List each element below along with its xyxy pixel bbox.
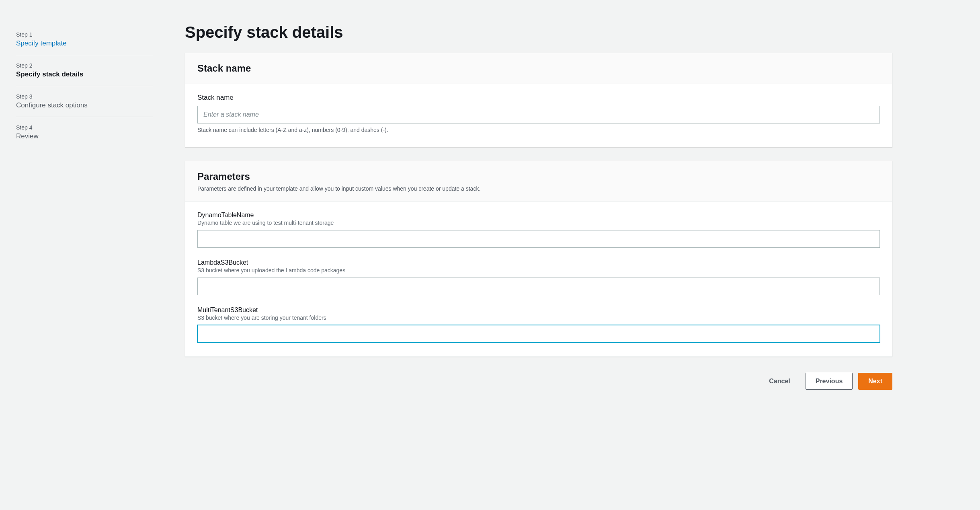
param-multitenants3bucket-label: MultiTenantS3Bucket: [197, 306, 880, 314]
wizard-step-4-title: Review: [16, 132, 153, 140]
param-dynamotablename: DynamoTableName Dynamo table we are usin…: [197, 212, 880, 248]
stack-name-label: Stack name: [197, 94, 880, 102]
wizard-step-3-title: Configure stack options: [16, 101, 153, 109]
param-lambdas3bucket-hint: S3 bucket where you uploaded the Lambda …: [197, 267, 880, 274]
wizard-step-2-num: Step 2: [16, 62, 153, 69]
cancel-button[interactable]: Cancel: [759, 373, 800, 390]
main-content: Specify stack details Stack name Stack n…: [185, 16, 892, 486]
stack-name-panel: Stack name Stack name Stack name can inc…: [185, 53, 892, 147]
wizard-step-2-title: Specify stack details: [16, 70, 153, 78]
param-dynamotablename-hint: Dynamo table we are using to test multi-…: [197, 220, 880, 226]
next-button[interactable]: Next: [858, 373, 892, 390]
param-dynamotablename-label: DynamoTableName: [197, 212, 880, 219]
param-lambdas3bucket-label: LambdaS3Bucket: [197, 259, 880, 266]
param-multitenants3bucket-hint: S3 bucket where you are storing your ten…: [197, 315, 880, 321]
wizard-step-4-num: Step 4: [16, 124, 153, 131]
page-container: Step 1 Specify template Step 2 Specify s…: [0, 0, 980, 510]
wizard-step-1-num: Step 1: [16, 31, 153, 38]
wizard-step-4[interactable]: Step 4 Review: [16, 117, 153, 148]
parameters-panel-title: Parameters: [197, 171, 880, 182]
stack-name-field: Stack name Stack name can include letter…: [197, 94, 880, 133]
wizard-step-3-num: Step 3: [16, 93, 153, 100]
parameters-panel-desc: Parameters are defined in your template …: [197, 185, 880, 192]
stack-name-panel-body: Stack name Stack name can include letter…: [185, 84, 892, 147]
stack-name-panel-title: Stack name: [197, 63, 880, 74]
parameters-panel: Parameters Parameters are defined in you…: [185, 161, 892, 357]
wizard-step-1-title: Specify template: [16, 39, 153, 47]
wizard-step-1[interactable]: Step 1 Specify template: [16, 24, 153, 55]
stack-name-panel-header: Stack name: [185, 53, 892, 84]
parameters-panel-header: Parameters Parameters are defined in you…: [185, 161, 892, 202]
param-lambdas3bucket: LambdaS3Bucket S3 bucket where you uploa…: [197, 259, 880, 295]
param-multitenants3bucket: MultiTenantS3Bucket S3 bucket where you …: [197, 306, 880, 343]
param-lambdas3bucket-input[interactable]: [197, 278, 880, 295]
wizard-step-2[interactable]: Step 2 Specify stack details: [16, 55, 153, 86]
stack-name-hint: Stack name can include letters (A-Z and …: [197, 127, 880, 133]
wizard-steps: Step 1 Specify template Step 2 Specify s…: [16, 16, 153, 486]
param-multitenants3bucket-input[interactable]: [197, 325, 880, 343]
previous-button[interactable]: Previous: [806, 373, 853, 390]
wizard-footer: Cancel Previous Next: [185, 370, 892, 390]
parameters-panel-body: DynamoTableName Dynamo table we are usin…: [185, 202, 892, 356]
param-dynamotablename-input[interactable]: [197, 230, 880, 248]
page-title: Specify stack details: [185, 23, 892, 41]
stack-name-input[interactable]: [197, 106, 880, 123]
wizard-step-3[interactable]: Step 3 Configure stack options: [16, 86, 153, 117]
